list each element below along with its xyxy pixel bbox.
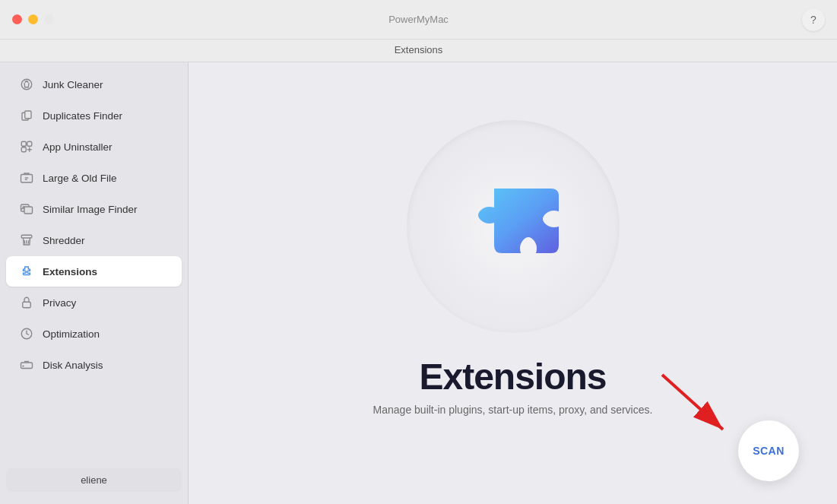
sidebar-label-shredder: Shredder: [43, 235, 85, 246]
app-name: PowerMyMac: [388, 14, 449, 25]
sidebar: Junk Cleaner Duplicates Finder App Unins…: [0, 62, 189, 504]
optimization-icon: [18, 325, 35, 342]
sidebar-item-large-old-file[interactable]: Large & Old File: [6, 163, 182, 193]
svg-rect-14: [24, 207, 33, 214]
sidebar-item-disk-analysis[interactable]: Disk Analysis: [6, 350, 182, 380]
large-old-icon: [18, 170, 35, 186]
svg-line-16: [24, 240, 25, 244]
sidebar-item-extensions[interactable]: Extensions: [6, 256, 182, 287]
sidebar-item-junk-cleaner[interactable]: Junk Cleaner: [6, 69, 182, 100]
icon-circle: [407, 120, 620, 333]
scan-button[interactable]: SCAN: [738, 420, 799, 481]
sidebar-label-extensions: Extensions: [43, 266, 97, 277]
svg-rect-19: [23, 302, 31, 308]
sidebar-item-shredder[interactable]: Shredder: [6, 225, 182, 255]
svg-rect-4: [21, 141, 26, 146]
sidebar-label-large-old-file: Large & Old File: [43, 173, 117, 184]
svg-line-25: [662, 375, 723, 430]
sidebar-label-privacy: Privacy: [43, 297, 76, 309]
maximize-button: [44, 14, 54, 24]
sidebar-label-duplicates-finder: Duplicates Finder: [43, 110, 122, 122]
sidebar-item-privacy[interactable]: Privacy: [6, 287, 182, 318]
content-area: Extensions Manage built-in plugins, star…: [189, 62, 837, 504]
content-title: Extensions: [419, 356, 606, 398]
svg-rect-9: [21, 175, 33, 183]
traffic-lights: [12, 14, 54, 24]
help-button[interactable]: ?: [802, 8, 825, 31]
app-uninstaller-icon: [18, 138, 35, 155]
disk-analysis-icon: [18, 357, 35, 373]
title-bar: PowerMyMac ?: [0, 0, 837, 40]
sidebar-item-duplicates-finder[interactable]: Duplicates Finder: [6, 100, 182, 131]
arrow-indicator: [647, 367, 738, 443]
privacy-icon: [18, 294, 35, 311]
similar-image-icon: [18, 201, 35, 217]
sidebar-label-junk-cleaner: Junk Cleaner: [43, 79, 103, 90]
svg-rect-3: [25, 111, 31, 119]
content-subtitle: Manage built-in plugins, start-up items,…: [373, 404, 653, 416]
scan-button-wrapper: SCAN: [738, 420, 799, 481]
sidebar-item-app-uninstaller[interactable]: App Uninstaller: [6, 132, 182, 162]
svg-line-18: [28, 240, 29, 244]
user-badge: eliene: [6, 468, 182, 492]
junk-icon: [18, 76, 35, 93]
minimize-button[interactable]: [28, 14, 38, 24]
svg-rect-6: [21, 147, 26, 152]
svg-rect-5: [27, 141, 32, 146]
duplicates-icon: [18, 107, 35, 124]
sidebar-label-app-uninstaller: App Uninstaller: [43, 141, 113, 153]
extensions-icon: [452, 166, 574, 287]
sidebar-bottom: eliene: [0, 462, 188, 498]
sidebar-item-optimization[interactable]: Optimization: [6, 319, 182, 349]
shredder-icon: [18, 232, 35, 249]
close-button[interactable]: [12, 14, 22, 24]
sidebar-label-disk-analysis: Disk Analysis: [43, 360, 103, 371]
extensions-icon: [18, 263, 35, 280]
page-title: Extensions: [0, 40, 837, 62]
sidebar-item-similar-image-finder[interactable]: Similar Image Finder: [6, 194, 182, 224]
sidebar-label-optimization: Optimization: [43, 328, 100, 340]
svg-rect-15: [21, 235, 32, 238]
main-layout: Junk Cleaner Duplicates Finder App Unins…: [0, 62, 837, 504]
sidebar-label-similar-image-finder: Similar Image Finder: [43, 204, 138, 215]
